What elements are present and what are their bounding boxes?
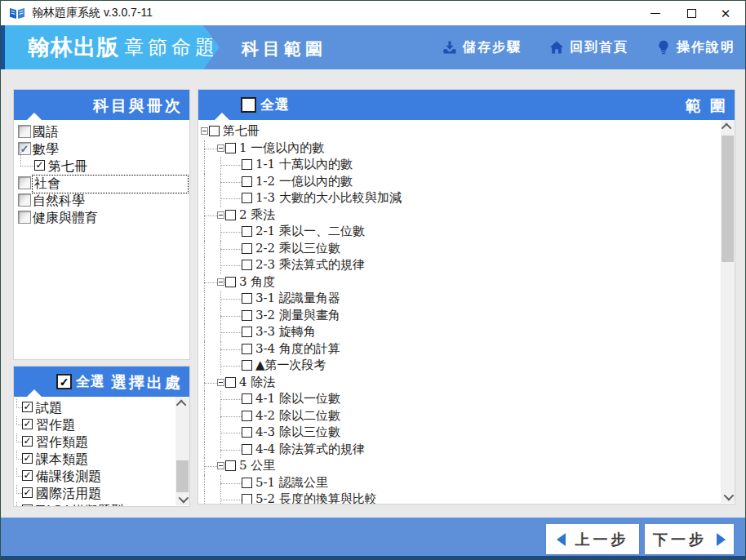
source-select-all-checkbox[interactable]: ✓	[56, 374, 72, 389]
checkbox[interactable]	[242, 293, 252, 304]
checkbox[interactable]	[242, 494, 252, 504]
checkbox[interactable]	[242, 444, 252, 455]
checkbox[interactable]	[225, 460, 236, 471]
checkbox[interactable]: ✓	[22, 504, 33, 506]
checkbox[interactable]	[242, 260, 252, 270]
brand-subtitle: 章節命題	[124, 34, 219, 60]
checkbox[interactable]	[225, 143, 236, 153]
tree-item-label[interactable]: 3-4 角度的計算	[255, 341, 340, 357]
checkbox[interactable]	[242, 176, 252, 187]
previous-step-button[interactable]: 上一步	[546, 524, 639, 554]
scroll-up-button[interactable]	[721, 120, 735, 133]
item-label[interactable]: 習作題	[36, 417, 75, 434]
tree-item-label[interactable]: 5 公里	[239, 458, 275, 473]
checkbox[interactable]	[242, 310, 252, 321]
scroll-up-button[interactable]	[175, 397, 189, 410]
tree-item-label[interactable]: 4-1 除以一位數	[255, 391, 340, 407]
checkbox[interactable]	[242, 360, 252, 371]
scrollbar-thumb[interactable]	[176, 460, 189, 495]
expand-toggle[interactable]	[217, 144, 224, 152]
scroll-down-button[interactable]	[175, 492, 189, 505]
tree-item-label[interactable]: ▲第一次段考	[255, 358, 326, 373]
range-select-all-checkbox[interactable]	[241, 97, 256, 113]
tree-guide-line	[204, 174, 205, 191]
next-step-button[interactable]: 下一步	[645, 524, 734, 554]
tree-item-label[interactable]: 3-2 測量與畫角	[255, 308, 340, 323]
checkbox[interactable]	[18, 176, 31, 189]
checkbox[interactable]: ✓	[22, 436, 33, 447]
checkbox[interactable]: ✓	[22, 470, 33, 481]
tree-item-label[interactable]: 第七冊	[223, 123, 260, 139]
tree-item-label[interactable]: 1-1 十萬以內的數	[255, 157, 353, 172]
tree-item-label[interactable]: 1-3 大數的大小比較與加減	[255, 190, 402, 206]
checkbox[interactable]: ✓	[22, 402, 33, 412]
checkbox[interactable]	[18, 125, 31, 138]
tree-item-label[interactable]: 4-2 除以二位數	[255, 408, 340, 424]
page-title: 科目範圍	[242, 38, 326, 60]
item-label[interactable]: 課本類題	[36, 451, 88, 469]
checkbox[interactable]: ✓	[22, 419, 33, 429]
minimize-button[interactable]	[637, 1, 673, 25]
maximize-button[interactable]	[673, 1, 709, 25]
expand-toggle[interactable]	[217, 278, 224, 286]
tree-item-label[interactable]: 2-1 乘以一、二位數	[255, 224, 365, 239]
close-button[interactable]: ✕	[708, 1, 744, 25]
checkbox[interactable]	[225, 210, 236, 220]
item-label[interactable]: 健康與體育	[33, 210, 98, 227]
help-button[interactable]: 操作說明	[656, 39, 735, 56]
checkbox[interactable]	[242, 393, 252, 404]
checkbox[interactable]	[242, 226, 252, 237]
home-button[interactable]: 回到首頁	[549, 39, 628, 56]
checkbox[interactable]	[242, 478, 252, 488]
tree-item-label[interactable]: 4-3 除以三位數	[255, 424, 340, 440]
checkbox[interactable]	[18, 193, 31, 207]
scroll-down-button[interactable]	[721, 490, 735, 503]
item-label[interactable]: 社會	[33, 176, 188, 193]
scrollbar-thumb[interactable]	[722, 136, 734, 262]
expand-toggle[interactable]	[217, 462, 224, 469]
save-steps-button[interactable]: 儲存步驟	[442, 39, 522, 56]
tree-item-label[interactable]: 2-2 乘以三位數	[255, 241, 340, 256]
expand-toggle[interactable]	[201, 127, 208, 135]
tree-item-label[interactable]: 5-1 認識公里	[255, 475, 328, 491]
checkbox[interactable]: ✓	[22, 453, 33, 464]
tree-item-label[interactable]: 4-4 除法算式的規律	[255, 442, 365, 457]
checkbox[interactable]	[225, 377, 236, 388]
tree-item-label[interactable]: 2 乘法	[239, 207, 275, 223]
tree-item-label[interactable]: 2-3 乘法算式的規律	[255, 257, 365, 273]
checkbox[interactable]	[242, 411, 252, 421]
checkbox[interactable]	[242, 159, 252, 170]
checkbox[interactable]	[242, 344, 252, 354]
item-label[interactable]: 第七冊	[48, 158, 87, 176]
tree-item-label[interactable]: 4 除法	[239, 375, 275, 390]
item-label[interactable]: 數學	[33, 141, 59, 158]
item-label[interactable]: 自然科學	[33, 193, 85, 210]
tree-item-label[interactable]: 3 角度	[239, 274, 275, 290]
checkbox[interactable]	[18, 211, 31, 224]
tree-item-label[interactable]: 3-3 旋轉角	[255, 324, 316, 340]
tree-item-label[interactable]: 1 一億以內的數	[239, 140, 324, 156]
checkbox[interactable]: ✓	[22, 487, 33, 498]
checkbox[interactable]	[209, 126, 220, 136]
expand-toggle[interactable]	[217, 211, 224, 219]
item-label[interactable]: TASA模擬題型	[36, 503, 124, 506]
item-label[interactable]: 備課後測題	[36, 469, 101, 486]
checkbox[interactable]	[242, 193, 252, 203]
checkbox[interactable]	[242, 243, 252, 254]
checkbox[interactable]	[242, 327, 252, 337]
item-label[interactable]: 習作類題	[36, 434, 88, 451]
tree-item-label[interactable]: 1-2 一億以內的數	[255, 174, 353, 189]
item-label[interactable]: 試題	[36, 400, 62, 417]
source-scrollbar[interactable]	[175, 397, 189, 505]
item-label[interactable]: 國際活用題	[36, 486, 101, 503]
tree-row: ▲第一次段考	[198, 358, 721, 375]
checkbox[interactable]	[225, 277, 236, 287]
tree-item-label[interactable]: 3-1 認識量角器	[255, 291, 340, 306]
item-label[interactable]: 國語	[33, 124, 59, 141]
tree-row: 2-1 乘以一、二位數	[198, 224, 721, 241]
checkbox[interactable]: ✓	[34, 160, 45, 171]
checkbox[interactable]	[242, 427, 252, 438]
range-scrollbar[interactable]	[721, 120, 735, 503]
tree-item-label[interactable]: 5-2 長度的換算與比較	[255, 491, 377, 504]
expand-toggle[interactable]	[217, 379, 224, 386]
